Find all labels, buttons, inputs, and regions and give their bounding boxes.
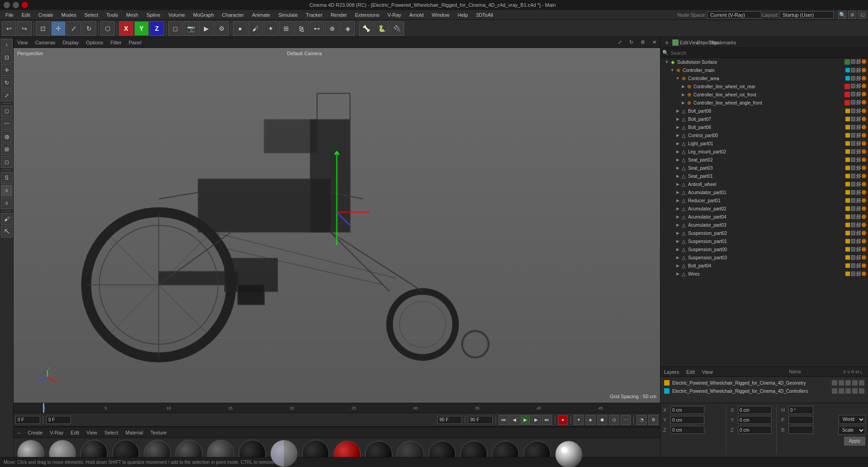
tree-seat-part02[interactable]: ▶ △ Seat_part02 [660, 156, 868, 164]
dot-l-8[interactable] [862, 174, 866, 178]
dot-v-11[interactable] [851, 198, 855, 203]
dot-y-11[interactable] [845, 198, 850, 203]
window-buttons[interactable] [4, 2, 28, 8]
char-tool2-btn[interactable]: S [1, 185, 13, 196]
select-button[interactable]: ⊡ [36, 21, 50, 36]
dot-r-8[interactable] [856, 174, 861, 178]
dot-r-2[interactable] [856, 125, 861, 129]
dot-v-18[interactable] [851, 255, 855, 260]
tree-ctrl-wheel-rot-front[interactable]: ▶ ⊕ Controller_line_wheel_rot_front [660, 91, 868, 99]
dot-y-17[interactable] [845, 247, 850, 252]
menu-vray[interactable]: V-Ray [384, 11, 405, 19]
knife-button[interactable]: ◈ [340, 21, 355, 36]
dot-cyan2[interactable] [845, 76, 850, 81]
dot-v-12[interactable] [851, 206, 855, 211]
redo-button[interactable]: ↪ [17, 21, 32, 36]
layers-menu-view[interactable]: View [702, 369, 713, 375]
dot-red2[interactable] [844, 92, 850, 97]
dot-l-19[interactable] [862, 263, 866, 268]
dot-v-1[interactable] [851, 117, 855, 121]
layer-geo-render[interactable] [845, 380, 851, 386]
obj-bookmarks-menu[interactable]: Bookmarks [719, 38, 728, 47]
layer-geo-lock[interactable] [859, 380, 864, 386]
menu-file[interactable]: File [2, 11, 17, 19]
dot-y-10[interactable] [845, 190, 850, 195]
layer-controllers[interactable]: Electric_Powered_Wheelchair_Rigged_for_C… [662, 387, 866, 395]
dot-r-18[interactable] [856, 255, 861, 260]
dot-l-0[interactable] [862, 109, 866, 113]
dot-v-2[interactable] [851, 125, 855, 129]
dot-l-6[interactable] [862, 157, 866, 162]
dot-r-11[interactable] [856, 198, 861, 203]
dot-y-1[interactable] [845, 117, 850, 121]
expand-suspension_part03[interactable]: ▶ [675, 255, 680, 260]
tree-ctrl-wheel-rot-rear[interactable]: ▶ ⊕ Controller_line_wheel_rot_rear [660, 82, 868, 91]
dot-v-20[interactable] [851, 272, 855, 276]
dot-red3[interactable] [844, 100, 850, 105]
layer-geo-solo[interactable] [832, 380, 837, 386]
dot-render[interactable] [856, 59, 861, 64]
tree-suspension-part01[interactable]: ▶ △ Suspension_part01 [660, 237, 868, 245]
move-button[interactable]: ✛ [51, 21, 66, 36]
obj-menu-icon[interactable]: ≡ [662, 38, 671, 47]
expand-acumulator_part02[interactable]: ▶ [675, 206, 680, 211]
dot-y-8[interactable] [845, 174, 850, 178]
layer-ctrl-lock[interactable] [859, 388, 864, 394]
dot-v-3[interactable] [851, 133, 855, 138]
menu-modes[interactable]: Modes [58, 11, 80, 19]
expand-suspension_part01[interactable]: ▶ [675, 238, 680, 244]
dot-l-3[interactable] [862, 133, 866, 138]
obj-object-menu[interactable]: Object [699, 38, 708, 47]
dot-vis3[interactable] [851, 76, 855, 81]
timeline-ruler[interactable]: 0 5 10 15 20 25 30 35 40 45 [14, 403, 660, 413]
paint-button[interactable]: 🖌 [248, 21, 263, 36]
dot-r-17[interactable] [856, 247, 861, 252]
cam-button[interactable]: 📷 [184, 21, 198, 36]
menu-spline[interactable]: Spline [143, 11, 164, 19]
tree-bolt-part06[interactable]: ▶ △ Bolt_part06 [660, 123, 868, 131]
menu-render[interactable]: Render [327, 11, 350, 19]
dot-l-13[interactable] [862, 214, 866, 219]
dot-r-16[interactable] [856, 239, 861, 243]
dot-r-9[interactable] [856, 182, 861, 186]
menu-tracker[interactable]: Tracker [302, 11, 326, 19]
expand-wires[interactable]: ▶ [675, 271, 680, 276]
menu-animate[interactable]: Animate [248, 11, 274, 19]
keyframe-mode-btn[interactable]: ◈ [585, 415, 595, 425]
dot-lock2[interactable] [862, 68, 866, 72]
vp-refresh-btn[interactable]: ↻ [629, 39, 633, 45]
dot-render4[interactable] [856, 84, 861, 88]
mat-menu-edit[interactable]: Edit [71, 430, 79, 435]
python-button[interactable]: 🐍 [374, 21, 389, 36]
end-frame-input[interactable] [437, 416, 462, 424]
dot-vis4[interactable] [851, 84, 855, 88]
vp-settings-btn[interactable]: ⚙ [641, 39, 645, 45]
dot-r-1[interactable] [856, 117, 861, 121]
layout-icon1[interactable]: ⊞ [848, 11, 856, 19]
dot-y-2[interactable] [845, 125, 850, 129]
tree-acumulator-part01[interactable]: ▶ △ Acumulator_part01 [660, 188, 868, 196]
layer-ctrl-solo[interactable] [832, 388, 837, 394]
menu-window[interactable]: Window [428, 11, 453, 19]
preview-end-input[interactable] [468, 416, 493, 424]
close-button[interactable] [22, 2, 28, 8]
dot-r-12[interactable] [856, 206, 861, 211]
layers-menu-edit[interactable]: Edit [686, 369, 695, 375]
dot-render5[interactable] [856, 92, 861, 96]
skip-start-btn[interactable]: ⏮ [499, 415, 509, 425]
transform-button[interactable]: ⬡ [100, 21, 115, 36]
vp-menu-display[interactable]: Display [62, 40, 79, 45]
snap-button[interactable]: ✦ [264, 21, 278, 36]
mat-menu-create[interactable]: Create [28, 430, 42, 435]
dot-v-5[interactable] [851, 149, 855, 154]
minimize-button[interactable] [4, 2, 10, 8]
plugin-button[interactable]: 🔌 [390, 21, 404, 36]
expand-light_part01[interactable]: ▶ [675, 141, 680, 146]
dot-render3[interactable] [856, 76, 861, 81]
spline-btn[interactable]: 〰 [1, 118, 13, 130]
tree-seat-part03[interactable]: ▶ △ Seat_part03 [660, 164, 868, 172]
dot-y-14[interactable] [845, 223, 850, 227]
sculpt-btn[interactable]: ⛏ [1, 226, 13, 238]
mat-menu-vray[interactable]: V-Ray [50, 430, 63, 435]
x-rot-input[interactable] [738, 406, 772, 414]
